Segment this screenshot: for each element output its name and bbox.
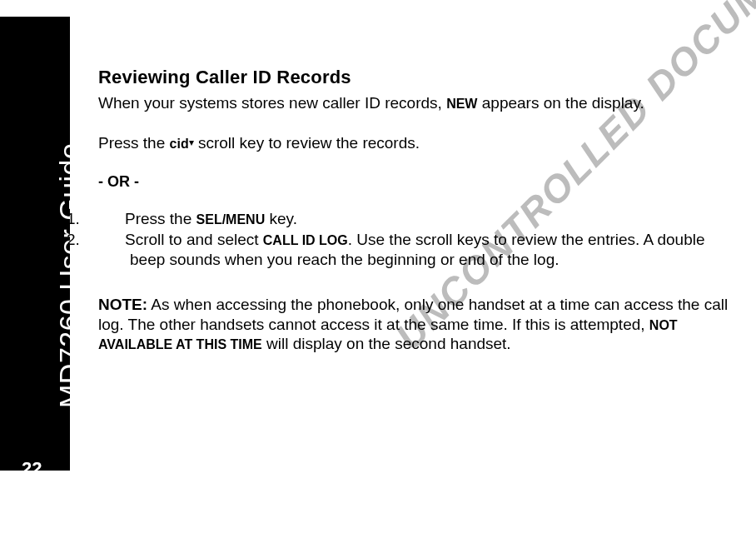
or-separator: - OR - (98, 173, 739, 191)
note-text-b: will display on the second handset. (262, 335, 511, 352)
page-number: 22 (22, 458, 55, 480)
step-2-number: 2. (98, 230, 125, 250)
press-cid-paragraph: Press the cid▾ scroll key to review the … (98, 133, 739, 153)
step-1: 1.Press the SEL/MENU key. (98, 209, 739, 229)
p1-text-b: appears on the display. (477, 94, 644, 112)
p1-bold-new: NEW (446, 97, 477, 111)
content-area: Reviewing Caller ID Records When your sy… (98, 67, 739, 354)
document-page: UNCONTROLLED DOCUMENT 22 MD7260 User Gui… (0, 0, 756, 548)
spine-title: MD7260 User Guide (53, 100, 93, 408)
note-paragraph: NOTE: As when accessing the phonebook, o… (98, 295, 739, 354)
step-2: 2.Scroll to and select CALL ID LOG. Use … (98, 230, 739, 270)
note-text-a: As when accessing the phonebook, only on… (98, 296, 728, 333)
step-2-bold: CALL ID LOG (263, 233, 348, 247)
step-1-text-b: key. (265, 210, 297, 227)
p2-text-b: scroll key to review the records. (194, 134, 420, 152)
section-heading: Reviewing Caller ID Records (98, 67, 739, 88)
note-label: NOTE: (98, 296, 147, 313)
p2-text-a: Press the (98, 134, 170, 152)
down-triangle-icon: ▾ (189, 137, 194, 149)
step-2-text-a: Scroll to and select (125, 231, 263, 248)
step-1-number: 1. (98, 209, 125, 229)
steps-list: 1.Press the SEL/MENU key. 2.Scroll to an… (98, 209, 739, 270)
step-1-bold: SEL/MENU (196, 212, 266, 227)
p1-text-a: When your systems stores new caller ID r… (98, 94, 446, 112)
step-1-text-a: Press the (125, 210, 196, 227)
p2-cid-label: cid (170, 137, 189, 151)
intro-paragraph: When your systems stores new caller ID r… (98, 93, 739, 113)
